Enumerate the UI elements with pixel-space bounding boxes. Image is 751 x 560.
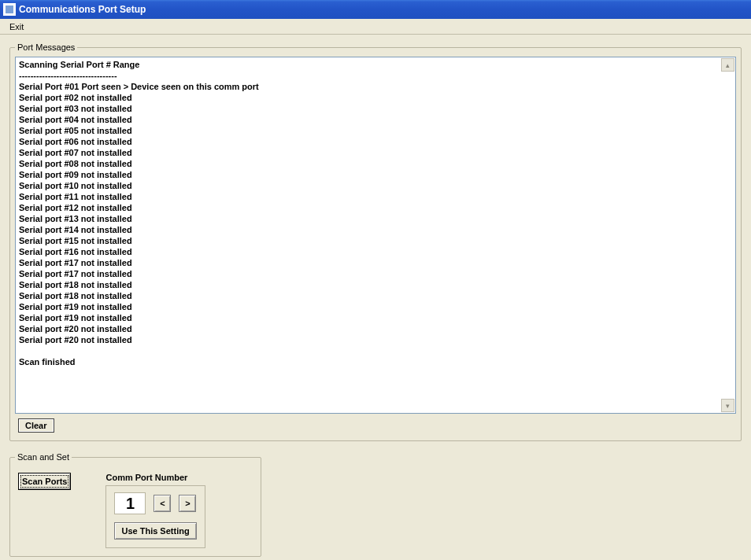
scan-ports-col: Scan Ports (18, 473, 71, 490)
comm-port-col: Comm Port Number 1 < > Use This Setting (105, 473, 205, 548)
comm-port-label: Comm Port Number (105, 473, 205, 482)
messages-wrap: Scanning Serial Port # Range -----------… (15, 57, 736, 414)
port-next-button[interactable]: > (179, 495, 196, 512)
clear-button[interactable]: Clear (18, 418, 54, 433)
window-title: Communications Port Setup (19, 4, 146, 15)
titlebar: Communications Port Setup (0, 0, 751, 19)
port-number-display: 1 (114, 492, 146, 514)
port-row: 1 < > (114, 492, 196, 514)
scroll-down-button[interactable]: ▾ (721, 399, 734, 412)
app-icon (3, 3, 16, 16)
scan-ports-button[interactable]: Scan Ports (18, 473, 71, 490)
messages-textarea[interactable]: Scanning Serial Port # Range -----------… (15, 57, 736, 414)
scroll-up-button[interactable]: ▴ (721, 58, 734, 72)
chevron-up-icon: ▴ (726, 61, 730, 69)
chevron-down-icon: ▾ (726, 402, 730, 410)
comm-port-box: 1 < > Use This Setting (105, 485, 205, 548)
use-this-setting-button[interactable]: Use This Setting (114, 522, 196, 540)
port-messages-group: Port Messages Scanning Serial Port # Ran… (9, 42, 742, 441)
menubar: Exit (0, 19, 751, 35)
menu-exit[interactable]: Exit (5, 20, 28, 33)
port-messages-legend: Port Messages (15, 42, 77, 52)
content-area: Port Messages Scanning Serial Port # Ran… (0, 35, 751, 560)
scan-and-set-legend: Scan and Set (15, 452, 72, 462)
port-prev-button[interactable]: < (154, 495, 171, 512)
scan-and-set-group: Scan and Set Scan Ports Comm Port Number… (9, 452, 261, 557)
